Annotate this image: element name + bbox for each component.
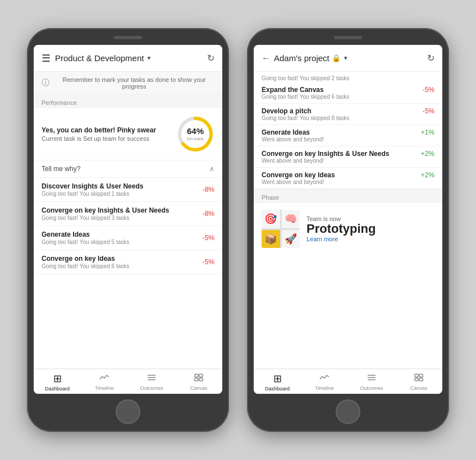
phase-card: 🎯 🧠 📦 🚀 Team is now Prototyping Learn mo… xyxy=(254,203,442,255)
phase-learn-more-link[interactable]: Learn more xyxy=(306,236,376,242)
task-name: Develop a pitch xyxy=(262,107,423,115)
nav2-canvas-label: Canvas xyxy=(410,385,428,391)
svg-rect-5 xyxy=(195,374,198,377)
task-score: -5% xyxy=(423,86,434,94)
task-row[interactable]: Generate Ideas Going too fast! You skipp… xyxy=(34,226,222,250)
phone2-refresh-icon[interactable]: ↻ xyxy=(427,53,434,63)
canvas-icon xyxy=(194,372,203,384)
task-score: -8% xyxy=(203,210,214,218)
info-banner: ⓘ Remember to mark your tasks as done to… xyxy=(34,72,222,95)
phone2-dropdown-arrow[interactable]: ▼ xyxy=(343,55,349,61)
nav-canvas[interactable]: Canvas xyxy=(175,372,222,392)
phone2-title: Adam's project xyxy=(274,53,329,63)
task-info: Converge on key Ideas Going too fast! Yo… xyxy=(42,255,203,269)
nav-outcomes[interactable]: Outcomes xyxy=(128,372,175,392)
task-sub: Going too fast! You skipped 1 tasks xyxy=(42,191,203,197)
info-icon: ⓘ xyxy=(42,78,49,88)
refresh-icon[interactable]: ↻ xyxy=(207,53,214,63)
task-sub: Went above and beyond! xyxy=(262,136,421,142)
nav2-timeline-label: Timeline xyxy=(315,385,334,391)
phase-icons-grid: 🎯 🧠 📦 🚀 xyxy=(262,210,300,248)
phase-icon-cell-1: 🎯 xyxy=(262,210,280,228)
task-info: Converge on key Insights & User Needs We… xyxy=(262,150,421,164)
task-score: -5% xyxy=(203,234,214,242)
donut-percent: 64% xyxy=(187,126,204,136)
donut-chart: 64% On track xyxy=(176,115,214,153)
nav2-dashboard[interactable]: ⊞ Dashboard xyxy=(254,372,301,392)
back-icon[interactable]: ← xyxy=(262,53,271,63)
bottom-nav-2: ⊞ Dashboard Timeline Outcomes xyxy=(254,369,442,394)
nav2-outcomes[interactable]: Outcomes xyxy=(348,372,395,392)
perf-title: Yes, you can do better! Pinky swear xyxy=(42,126,176,134)
phone-speaker-2 xyxy=(334,36,362,39)
task-row[interactable]: Expand the Canvas Going too fast! You sk… xyxy=(254,82,442,104)
donut-on-track: On track xyxy=(187,136,204,142)
scene: ☰ Product & Development ▼ ↻ ⓘ Remember t… xyxy=(0,17,476,443)
donut-label: 64% On track xyxy=(187,126,204,142)
task-name: Converge on key Ideas xyxy=(262,171,421,179)
phone-1-home-btn[interactable] xyxy=(116,399,140,424)
task-name: Discover Insights & User Needs xyxy=(42,182,203,190)
task-sub: Going too fast! You skipped 6 tasks xyxy=(262,94,423,100)
svg-rect-8 xyxy=(199,378,203,381)
task-sub: Went above and beyond! xyxy=(262,158,421,164)
dropdown-arrow-icon[interactable]: ▼ xyxy=(146,55,152,61)
task-row[interactable]: Generate Ideas Went above and beyond! +1… xyxy=(254,125,442,146)
task-name: Converge on key Insights & User Needs xyxy=(42,206,203,214)
lock-icon: 🔒 xyxy=(332,54,341,62)
phone2-scroll-content: Going too fast! You skipped 2 tasks Expa… xyxy=(254,72,442,369)
task-row[interactable]: Converge on key Ideas Went above and bey… xyxy=(254,168,442,189)
phone2-title-area: Adam's project 🔒 ▼ xyxy=(274,53,427,63)
task-row[interactable]: Converge on key Ideas Going too fast! Yo… xyxy=(34,250,222,274)
nav-dashboard[interactable]: ⊞ Dashboard xyxy=(34,372,81,392)
task-row[interactable]: Discover Insights & User Needs Going too… xyxy=(34,178,222,202)
outcomes-icon xyxy=(147,372,156,384)
timeline-icon xyxy=(99,372,109,384)
task-score: +1% xyxy=(421,128,434,136)
task-sub: Going too fast! You skipped 8 tasks xyxy=(262,115,423,121)
task-sub: Went above and beyond! xyxy=(262,179,421,185)
task-name: Expand the Canvas xyxy=(262,86,423,94)
task-info: Generate Ideas Went above and beyond! xyxy=(262,128,421,142)
tell-why-row[interactable]: Tell me why? ∧ xyxy=(34,160,222,178)
task-row[interactable]: Converge on key Insights & User Needs Go… xyxy=(34,202,222,226)
outcomes2-icon xyxy=(367,372,376,384)
performance-section-label: Performance xyxy=(34,95,222,108)
nav2-canvas[interactable]: Canvas xyxy=(395,372,442,392)
nav-timeline[interactable]: Timeline xyxy=(81,372,128,392)
nav-timeline-label: Timeline xyxy=(95,385,114,391)
nav2-timeline[interactable]: Timeline xyxy=(301,372,348,392)
task-info: Converge on key Insights & User Needs Go… xyxy=(42,206,203,221)
phase-icon-cell-3: 📦 xyxy=(262,230,280,249)
task-info: Generate Ideas Going too fast! You skipp… xyxy=(42,231,203,245)
task-name: Generate Ideas xyxy=(42,231,203,238)
perf-subtitle: Current task is Set up team for success xyxy=(42,135,176,142)
phone-1-screen: ☰ Product & Development ▼ ↻ ⓘ Remember t… xyxy=(34,45,222,394)
task-name: Generate Ideas xyxy=(262,128,421,136)
nav2-outcomes-label: Outcomes xyxy=(360,385,383,391)
nav-dashboard-label: Dashboard xyxy=(45,386,70,392)
phone1-scroll-content: Performance Yes, you can do better! Pink… xyxy=(34,95,222,369)
task-score: +2% xyxy=(421,150,434,158)
canvas2-icon xyxy=(414,372,423,384)
task-info: Expand the Canvas Going too fast! You sk… xyxy=(262,86,423,100)
nav2-dashboard-label: Dashboard xyxy=(265,386,290,392)
task-name: Converge on key Insights & User Needs xyxy=(262,150,421,158)
phase-section-label: Phase xyxy=(254,189,442,203)
performance-text: Yes, you can do better! Pinky swear Curr… xyxy=(42,126,176,142)
task-list-2: Expand the Canvas Going too fast! You sk… xyxy=(254,82,442,189)
first-skipped-text: Going too fast! You skipped 2 tasks xyxy=(254,72,442,82)
menu-icon[interactable]: ☰ xyxy=(42,52,51,65)
task-row[interactable]: Develop a pitch Going too fast! You skip… xyxy=(254,104,442,125)
task-score: -5% xyxy=(203,258,214,266)
phase-icon-cell-4: 🚀 xyxy=(282,230,300,249)
performance-card: Yes, you can do better! Pinky swear Curr… xyxy=(34,108,222,160)
svg-rect-15 xyxy=(419,378,423,381)
dashboard2-icon: ⊞ xyxy=(273,372,282,385)
task-info: Converge on key Ideas Went above and bey… xyxy=(262,171,421,185)
phone-2-home-btn[interactable] xyxy=(336,399,360,424)
task-row[interactable]: Converge on key Insights & User Needs We… xyxy=(254,146,442,168)
info-text: Remember to mark your tasks as done to s… xyxy=(54,76,214,90)
phase-title: Prototyping xyxy=(306,222,376,236)
task-score: -5% xyxy=(423,107,434,115)
